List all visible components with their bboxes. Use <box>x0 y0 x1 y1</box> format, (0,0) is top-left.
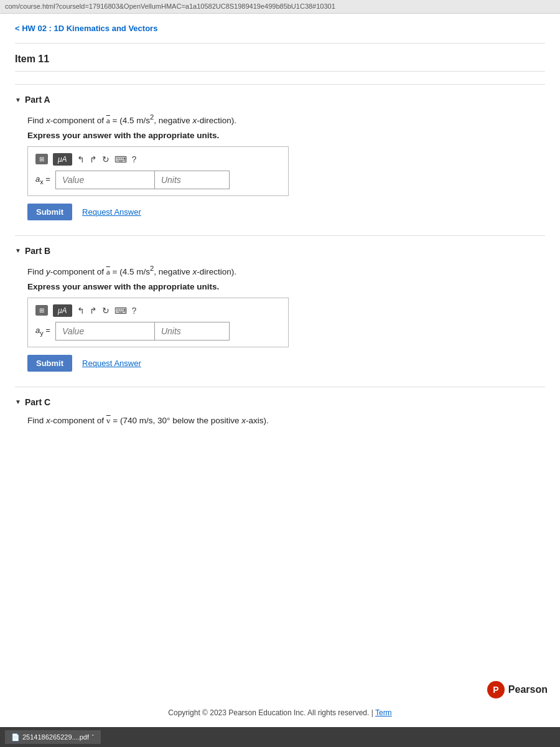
part-b-answer-box: ⊞ μA ↰ ↱ ↻ ⌨ ? ay = <box>27 298 289 347</box>
part-b-input-label: ay = <box>35 326 50 337</box>
part-a-input-label: ax = <box>35 174 50 186</box>
part-a-question: Find x-component of a = (4.5 m/s2, negat… <box>27 112 545 127</box>
pearson-logo-circle: P <box>487 681 505 698</box>
divider-bc <box>15 387 545 387</box>
part-b-toolbar: ⊞ μA ↰ ↱ ↻ ⌨ ? <box>35 304 281 317</box>
part-a-value-input[interactable] <box>55 171 155 189</box>
footer-area: P Pearson <box>487 681 548 698</box>
part-a-redo-icon[interactable]: ↱ <box>90 154 97 164</box>
part-a-help-icon[interactable]: ? <box>132 154 137 164</box>
divider-top <box>15 43 545 44</box>
part-a-request-answer-link[interactable]: Request Answer <box>82 207 141 217</box>
part-b-input-row: ay = <box>35 322 281 341</box>
breadcrumb[interactable]: < HW 02 : 1D Kinematics and Vectors <box>15 24 545 33</box>
part-b-submit-button[interactable]: Submit <box>27 355 72 372</box>
part-c-chevron: ▼ <box>15 398 21 405</box>
part-a-grid-btn[interactable]: ⊞ <box>35 154 48 164</box>
part-b-formula-btn[interactable]: μA <box>53 304 72 317</box>
breadcrumb-label: < HW 02 : 1D Kinematics and Vectors <box>15 24 157 33</box>
taskbar: 📄 2514186265229....pdf ˄ <box>0 727 560 736</box>
browser-url-bar: com/course.html?courseld=17916803&OpenVe… <box>0 0 560 14</box>
part-a-label: Part A <box>25 95 50 105</box>
part-b-instruction: Express your answer with the appropriate… <box>27 282 545 291</box>
part-b-help-icon[interactable]: ? <box>132 306 137 316</box>
part-a-toolbar: ⊞ μA ↰ ↱ ↻ ⌨ ? <box>35 153 281 166</box>
item-title: Item 11 <box>15 54 545 72</box>
terms-link[interactable]: Term <box>375 708 392 717</box>
part-a-units-input[interactable] <box>155 171 230 189</box>
part-c-label: Part C <box>25 397 50 407</box>
part-a-actions: Submit Request Answer <box>27 204 545 220</box>
part-b-header[interactable]: ▼ Part B <box>15 246 545 256</box>
pearson-brand-name: Pearson <box>508 684 548 695</box>
url-text: com/course.html?courseld=17916803&OpenVe… <box>5 2 335 10</box>
part-b-section: ▼ Part B Find y-component of a = (4.5 m/… <box>15 246 545 372</box>
part-a-body: Find x-component of a = (4.5 m/s2, negat… <box>15 112 545 220</box>
divider-title <box>15 84 545 85</box>
part-b-redo-icon[interactable]: ↱ <box>90 306 97 316</box>
taskbar-pdf-item[interactable]: 📄 2514186265229....pdf ˄ <box>5 730 101 736</box>
part-a-header[interactable]: ▼ Part A <box>15 95 545 105</box>
part-c-section: ▼ Part C Find x-component of v = (740 m/… <box>15 397 545 427</box>
part-a-section: ▼ Part A Find x-component of a = (4.5 m/… <box>15 95 545 220</box>
taskbar-file-label: 2514186265229....pdf <box>22 733 89 736</box>
taskbar-file-icon: 📄 <box>11 733 20 736</box>
part-b-actions: Submit Request Answer <box>27 355 545 372</box>
part-a-chevron: ▼ <box>15 96 21 103</box>
part-b-question: Find y-component of a = (4.5 m/s2, negat… <box>27 263 545 278</box>
part-b-chevron: ▼ <box>15 247 21 254</box>
pearson-logo: P Pearson <box>487 681 548 698</box>
part-a-formula-btn[interactable]: μA <box>53 153 72 166</box>
part-a-instruction: Express your answer with the appropriate… <box>27 131 545 140</box>
part-b-request-answer-link[interactable]: Request Answer <box>82 359 141 368</box>
taskbar-chevron-icon: ˄ <box>91 734 95 736</box>
part-a-keyboard-icon[interactable]: ⌨ <box>114 154 127 164</box>
part-b-body: Find y-component of a = (4.5 m/s2, negat… <box>15 263 545 372</box>
part-c-question: Find x-component of v = (740 m/s, 30° be… <box>27 415 545 427</box>
part-b-label: Part B <box>25 246 50 256</box>
divider-ab <box>15 235 545 236</box>
part-a-input-row: ax = <box>35 171 281 189</box>
part-b-refresh-icon[interactable]: ↻ <box>102 306 110 316</box>
part-b-grid-btn[interactable]: ⊞ <box>35 305 48 316</box>
part-b-value-input[interactable] <box>55 322 155 341</box>
part-b-keyboard-icon[interactable]: ⌨ <box>114 306 127 316</box>
part-b-undo-icon[interactable]: ↰ <box>77 306 85 316</box>
part-c-header[interactable]: ▼ Part C <box>15 397 545 407</box>
part-b-units-input[interactable] <box>155 322 230 341</box>
copyright-text: Copyright © 2023 Pearson Education Inc. … <box>168 708 369 717</box>
part-c-body: Find x-component of v = (740 m/s, 30° be… <box>15 415 545 427</box>
part-a-refresh-icon[interactable]: ↻ <box>102 154 110 164</box>
main-content: < HW 02 : 1D Kinematics and Vectors Item… <box>0 14 560 736</box>
copyright-bar: Copyright © 2023 Pearson Education Inc. … <box>0 708 560 717</box>
part-a-answer-box: ⊞ μA ↰ ↱ ↻ ⌨ ? ax = <box>27 146 289 196</box>
part-a-undo-icon[interactable]: ↰ <box>77 154 85 164</box>
part-a-submit-button[interactable]: Submit <box>27 204 72 220</box>
